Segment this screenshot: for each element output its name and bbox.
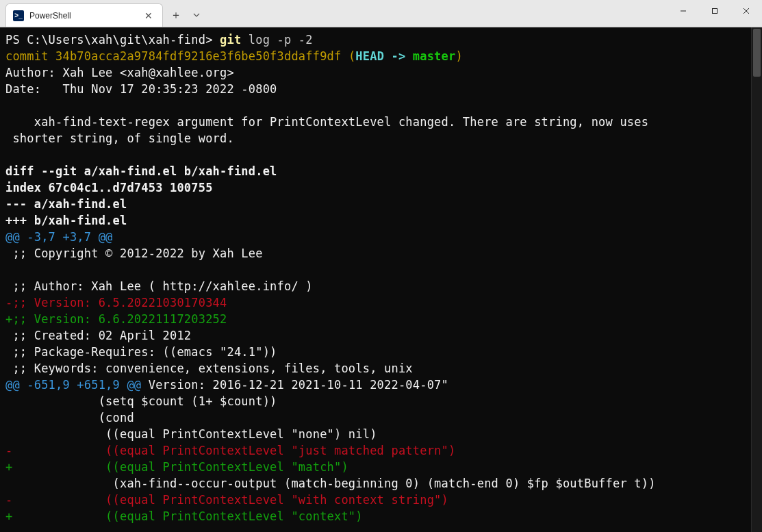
ctx-requires: ;; Package-Requires: ((emacs "24.1")) [5,345,277,359]
date-line: Date: Thu Nov 17 20:35:23 2022 -0800 [5,82,277,96]
maximize-button[interactable] [699,0,731,22]
svg-rect-1 [713,9,717,14]
tab-title: PowerShell [29,11,136,21]
diff-plus-file: +++ b/xah-find.el [5,214,127,227]
body-setq: (setq $count (1+ $count)) [5,394,277,408]
removed-version: -;; Version: 6.5.20221030170344 [5,296,227,309]
close-button[interactable] [731,0,762,22]
added-context: + ((equal PrintContextLevel "context") [5,509,363,523]
new-tab-button[interactable]: ＋ [164,3,188,27]
ctx-author: ;; Author: Xah Lee ( http://xahlee.info/… [5,279,313,293]
body-none: ((equal PrintContextLevel "none") nil) [5,427,377,441]
body-cond: (cond [5,411,134,425]
tab-dropdown-button[interactable] [188,3,205,27]
removed-with: - ((equal PrintContextLevel "with contex… [5,493,448,507]
commit-message-2: shorter string, of single word. [5,131,234,145]
ctx-created: ;; Created: 02 April 2012 [5,329,191,342]
commit-branch: master [413,49,456,63]
added-match: + ((equal PrintContextLevel "match") [5,460,348,474]
commit-message-1: xah-find-text-regex argument for PrintCo… [5,115,648,129]
titlebar-drag-region[interactable] [205,0,668,27]
prompt-prefix: PS C:\Users\xah\git\xah-find> [5,33,220,47]
scrollbar[interactable] [751,27,762,532]
body-occur: (xah-find--occur-output (match-beginning… [5,477,656,490]
removed-just: - ((equal PrintContextLevel "just matche… [5,444,455,457]
tab-powershell[interactable]: >_ PowerShell ✕ [5,3,163,27]
prompt-command: git [220,33,241,47]
titlebar: >_ PowerShell ✕ ＋ [0,0,762,27]
terminal-area: PS C:\Users\xah\git\xah-find> git log -p… [0,27,762,532]
diff-index: index 67c04c1..d7d7453 100755 [5,181,213,194]
minimize-button[interactable] [668,0,699,22]
hunk2-header: @@ -651,9 +651,9 @@ [5,378,141,392]
window-controls [668,0,762,27]
tab-strip: >_ PowerShell ✕ ＋ [0,0,205,27]
hunk2-tail: Version: 2016-12-21 2021-10-11 2022-04-0… [141,378,448,392]
diff-minus-file: --- a/xah-find.el [5,197,127,211]
commit-paren-close: ) [455,49,462,63]
scrollbar-thumb[interactable] [753,29,761,77]
terminal-output[interactable]: PS C:\Users\xah\git\xah-find> git log -p… [0,27,751,532]
ctx-copyright: ;; Copyright © 2012-2022 by Xah Lee [5,246,263,260]
diff-header: diff --git a/xah-find.el b/xah-find.el [5,164,277,178]
tab-close-button[interactable]: ✕ [142,10,155,21]
commit-hash: 34b70acca2a9784fdf9216e3f6be50f3ddaff9df [55,49,341,63]
hunk1-header: @@ -3,7 +3,7 @@ [5,230,113,244]
author-line: Author: Xah Lee <xah@xahlee.org> [5,66,234,79]
commit-label: commit [5,49,55,63]
added-version: +;; Version: 6.6.20221117203252 [5,312,227,326]
commit-head: HEAD -> [355,49,412,63]
powershell-icon: >_ [13,10,24,21]
ctx-keywords: ;; Keywords: convenience, extensions, fi… [5,362,413,375]
prompt-args: log -p -2 [241,33,312,47]
commit-paren-open: ( [341,49,355,63]
